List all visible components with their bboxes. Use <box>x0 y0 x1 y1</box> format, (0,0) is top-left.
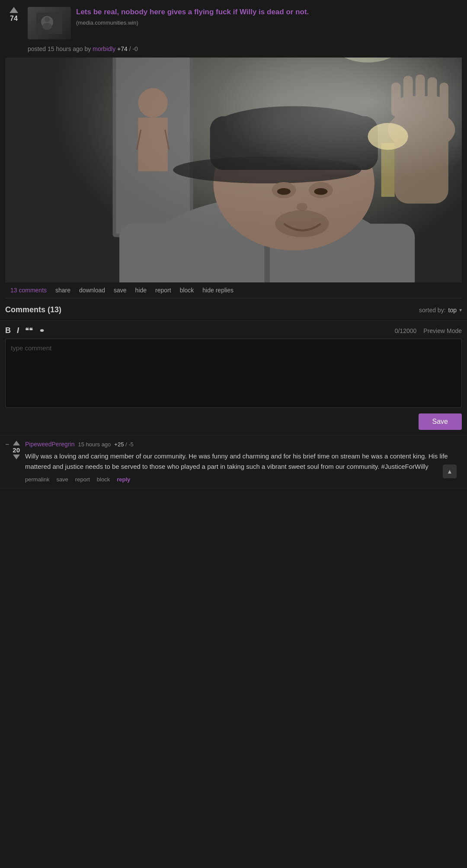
svg-point-19 <box>210 106 378 153</box>
svg-rect-17 <box>264 197 269 282</box>
post-image-container <box>5 58 462 282</box>
sort-chevron-icon[interactable]: ▾ <box>459 307 462 313</box>
comments-section: − 20 PipeweedPeregrin 15 hours ago +25 /… <box>0 436 467 488</box>
svg-point-5 <box>327 58 408 63</box>
char-count: 0/12000 <box>395 327 417 334</box>
svg-point-23 <box>309 182 333 198</box>
svg-rect-32 <box>416 74 425 111</box>
svg-rect-11 <box>138 118 167 171</box>
svg-point-36 <box>368 123 408 150</box>
post-image[interactable] <box>5 58 462 282</box>
svg-point-18 <box>213 116 374 251</box>
comment-save[interactable]: save <box>56 476 68 483</box>
svg-rect-7 <box>5 58 462 282</box>
download-link[interactable]: download <box>79 287 105 294</box>
comment-header: PipeweedPeregrin 15 hours ago +25 / -5 <box>25 441 462 448</box>
post-score-neg: -0 <box>132 45 138 52</box>
svg-rect-33 <box>428 77 437 111</box>
svg-point-3 <box>42 23 52 30</box>
post-actions: 13 comments share download save hide rep… <box>5 282 462 298</box>
post-author[interactable]: morbidly <box>93 45 115 52</box>
comment-report[interactable]: report <box>75 476 90 483</box>
comment-item: − 20 PipeweedPeregrin 15 hours ago +25 /… <box>0 436 467 488</box>
svg-line-12 <box>137 130 141 150</box>
svg-rect-20 <box>210 116 378 170</box>
svg-rect-35 <box>381 143 395 197</box>
sort-area: sorted by: top ▾ <box>419 307 462 314</box>
comment-vote-col: 20 <box>13 441 20 459</box>
comment-score-positive: +25 / -5 <box>114 441 133 448</box>
link-button[interactable]: ⚭ <box>39 327 45 335</box>
svg-point-25 <box>314 188 327 195</box>
save-link[interactable]: save <box>114 287 127 294</box>
hide-link[interactable]: hide <box>135 287 147 294</box>
share-link[interactable]: share <box>55 287 70 294</box>
comment-author[interactable]: PipeweedPeregrin <box>25 441 74 448</box>
svg-point-21 <box>173 157 361 183</box>
svg-point-2 <box>45 17 50 22</box>
quote-button[interactable]: ❝❝ <box>25 327 33 335</box>
svg-rect-30 <box>391 83 401 116</box>
comment-editor: B I ❝❝ ⚭ 0/12000 Preview Mode Save <box>0 321 467 436</box>
svg-point-14 <box>119 197 415 282</box>
comment-score: 20 <box>13 446 20 454</box>
svg-rect-9 <box>116 58 190 234</box>
hide-replies-link[interactable]: hide replies <box>202 287 234 294</box>
editor-footer: Save <box>5 413 462 430</box>
svg-rect-15 <box>119 224 415 282</box>
comment-input[interactable] <box>5 339 462 408</box>
svg-rect-29 <box>395 96 448 203</box>
svg-line-13 <box>165 130 169 150</box>
comments-header: Comments (13) sorted by: top ▾ <box>0 298 467 321</box>
upvote-icon[interactable] <box>10 7 18 13</box>
svg-point-27 <box>275 210 329 237</box>
comment-time: 15 hours ago <box>78 441 111 448</box>
block-link[interactable]: block <box>180 287 194 294</box>
post-title-area: Lets be real, nobody here gives a flying… <box>76 7 462 26</box>
post-domain: (media.communities.win) <box>76 19 462 26</box>
vote-count: 74 <box>10 15 18 22</box>
post-title[interactable]: Lets be real, nobody here gives a flying… <box>76 7 462 17</box>
comment-row: − 20 PipeweedPeregrin 15 hours ago +25 /… <box>5 441 462 483</box>
post-area: 74 Lets be real, nobody here gives a fly… <box>0 0 467 298</box>
svg-rect-34 <box>440 83 448 113</box>
report-link[interactable]: report <box>155 287 171 294</box>
editor-meta: 0/12000 Preview Mode <box>395 327 462 334</box>
svg-point-26 <box>297 203 307 211</box>
comment-block[interactable]: block <box>97 476 110 483</box>
comment-actions: permalink save report block reply <box>25 476 462 483</box>
save-comment-button[interactable]: Save <box>419 413 462 430</box>
italic-button[interactable]: I <box>17 326 19 335</box>
comment-upvote-icon[interactable] <box>13 441 20 445</box>
editor-toolbar: B I ❝❝ ⚭ 0/12000 Preview Mode <box>5 326 462 335</box>
svg-rect-4 <box>5 58 462 282</box>
comment-body: PipeweedPeregrin 15 hours ago +25 / -5 W… <box>25 441 462 483</box>
comment-score-neg: -5 <box>128 441 134 448</box>
vote-column: 74 <box>5 7 22 22</box>
comment-downvote-icon[interactable] <box>13 455 20 459</box>
comments-link[interactable]: 13 comments <box>10 287 47 294</box>
comments-title: Comments (13) <box>5 305 61 314</box>
svg-point-10 <box>138 88 167 118</box>
scroll-up-button[interactable]: ▲ <box>443 464 457 478</box>
post-meta: posted 15 hours ago by morbidly +74 / -0 <box>5 45 462 52</box>
sort-label: sorted by: <box>419 307 445 314</box>
comment-text: Willy was a loving and caring member of … <box>25 451 462 472</box>
post-score-pos: +74 <box>117 45 128 52</box>
bold-button[interactable]: B <box>5 326 11 335</box>
post-thumbnail[interactable] <box>28 7 71 39</box>
comment-reply[interactable]: reply <box>117 476 130 483</box>
svg-point-24 <box>277 188 291 195</box>
comment-permalink[interactable]: permalink <box>25 476 49 483</box>
collapse-button[interactable]: − <box>5 441 9 448</box>
meta-prefix: posted 15 hours ago by <box>28 45 91 52</box>
svg-point-22 <box>272 182 296 198</box>
svg-rect-8 <box>112 58 193 237</box>
sort-value: top <box>448 307 457 314</box>
svg-point-28 <box>388 109 455 150</box>
image-scene <box>5 58 462 282</box>
thumbnail-image <box>28 7 71 39</box>
editor-buttons: B I ❝❝ ⚭ <box>5 326 45 335</box>
preview-mode-button[interactable]: Preview Mode <box>423 327 462 334</box>
svg-rect-31 <box>403 76 413 113</box>
